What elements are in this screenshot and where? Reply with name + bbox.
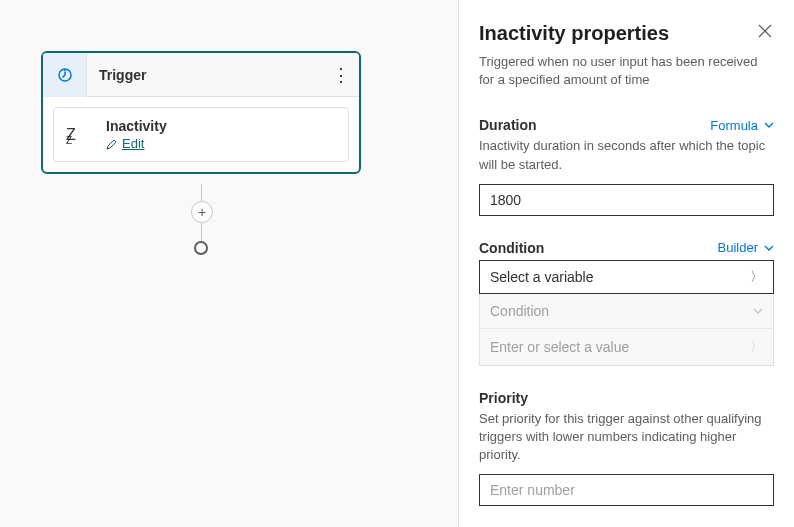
close-icon [758, 24, 772, 38]
kebab-menu-icon[interactable]: ⋮ [323, 64, 359, 86]
duration-label: Duration [479, 117, 537, 133]
trigger-title: Trigger [87, 67, 323, 83]
inner-text: Inactivity Edit [106, 118, 167, 151]
panel-title: Inactivity properties [479, 22, 669, 45]
trigger-icon [43, 53, 87, 97]
chevron-down-icon [764, 243, 774, 253]
variable-select[interactable]: Select a variable 〉 [479, 260, 774, 294]
priority-label: Priority [479, 390, 528, 406]
chevron-down-icon [753, 306, 763, 316]
pencil-icon [106, 138, 118, 150]
panel-subtitle: Triggered when no user input has been re… [479, 53, 774, 89]
duration-head: Duration Formula [479, 117, 774, 133]
priority-input[interactable] [479, 474, 774, 506]
chevron-down-icon [764, 120, 774, 130]
duration-section: Duration Formula Inactivity duration in … [479, 117, 774, 215]
formula-label: Formula [710, 118, 758, 133]
condition-builder-toggle[interactable]: Builder [718, 240, 774, 255]
add-node-button[interactable]: + [191, 201, 213, 223]
connector-line [201, 184, 202, 201]
condition-value-text: Enter or select a value [490, 339, 629, 355]
priority-section: Priority Set priority for this trigger a… [479, 390, 774, 507]
condition-value-row[interactable]: Enter or select a value 〉 [480, 329, 773, 365]
trigger-header: Trigger ⋮ [43, 53, 359, 97]
duration-input[interactable] [479, 184, 774, 216]
sleep-icon: ZZ [66, 126, 92, 144]
condition-head: Condition Builder [479, 240, 774, 256]
builder-label: Builder [718, 240, 758, 255]
panel-header: Inactivity properties [479, 22, 774, 45]
trigger-body: ZZ Inactivity Edit [43, 97, 359, 172]
trigger-card[interactable]: Trigger ⋮ ZZ Inactivity Edit [41, 51, 361, 174]
chevron-right-icon: 〉 [750, 338, 763, 356]
connector-line [201, 223, 202, 241]
edit-label: Edit [122, 136, 144, 151]
properties-panel: Inactivity properties Triggered when no … [459, 0, 794, 527]
condition-operator-text: Condition [490, 303, 549, 319]
close-button[interactable] [756, 22, 774, 44]
duration-formula-toggle[interactable]: Formula [710, 118, 774, 133]
canvas-area: Trigger ⋮ ZZ Inactivity Edit + [0, 0, 459, 527]
condition-block: Condition Enter or select a value 〉 [479, 294, 774, 366]
end-node [194, 241, 208, 255]
variable-select-placeholder: Select a variable [490, 269, 594, 285]
edit-link[interactable]: Edit [106, 136, 167, 151]
condition-operator-row[interactable]: Condition [480, 294, 773, 329]
svg-point-1 [64, 69, 66, 71]
inactivity-title: Inactivity [106, 118, 167, 134]
duration-desc: Inactivity duration in seconds after whi… [479, 137, 774, 173]
inactivity-card[interactable]: ZZ Inactivity Edit [53, 107, 349, 162]
priority-desc: Set priority for this trigger against ot… [479, 410, 774, 465]
priority-head: Priority [479, 390, 774, 406]
condition-section: Condition Builder Select a variable 〉 Co… [479, 240, 774, 366]
condition-label: Condition [479, 240, 544, 256]
chevron-right-icon: 〉 [750, 268, 763, 286]
